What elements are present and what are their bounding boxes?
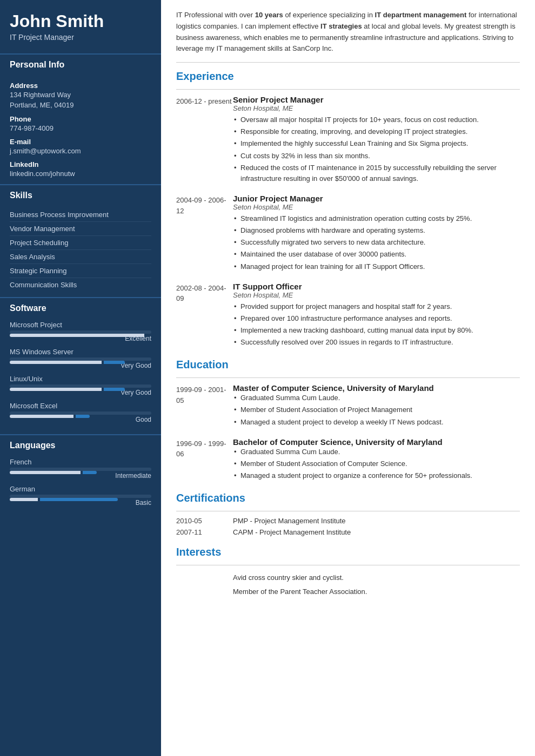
bullet-item: Successfully migrated two servers to new…	[233, 237, 520, 248]
experience-entry-1: 2004-09 - 2006-12 Junior Project Manager…	[176, 194, 520, 273]
bullet-item: Cut costs by 32% in less than six months…	[233, 151, 520, 161]
bullet-item: Provided support for project managers an…	[233, 301, 520, 312]
bullet-item: Successfully resolved over 200 issues in…	[233, 337, 520, 348]
bullet-item: Oversaw all major hospital IT projects f…	[233, 114, 520, 125]
bullet-item: Maintained the user database of over 300…	[233, 249, 520, 260]
lang-bar	[10, 468, 151, 471]
entry-body: IT Support Officer Seton Hospital, ME Pr…	[233, 282, 520, 349]
cert-entry-1: 2007-11 CAPM - Project Management Instit…	[176, 528, 520, 536]
skill-item: Project Scheduling	[10, 236, 151, 250]
experience-entry-0: 2006-12 - present Senior Project Manager…	[176, 95, 520, 185]
bullet-item: Graduated Summa Cum Laude.	[233, 447, 520, 457]
experience-divider	[176, 89, 520, 90]
address-line2: Portland, ME, 04019	[10, 100, 151, 110]
languages-content: French Intermediate German Basic	[0, 454, 161, 514]
software-item-2: Linux/Unix Very Good	[10, 375, 151, 396]
education-title: Education	[176, 359, 520, 373]
software-bar	[10, 384, 151, 388]
entry-body: Master of Computer Science, University o…	[233, 383, 520, 428]
cert-value: CAPM - Project Management Institute	[233, 528, 351, 536]
bullet-item: Streamlined IT logistics and administrat…	[233, 213, 520, 224]
software-bar	[10, 411, 151, 415]
lang-name: German	[10, 485, 151, 493]
certifications-divider	[176, 511, 520, 511]
cert-entry-0: 2010-05 PMP - Project Management Institu…	[176, 517, 520, 525]
skill-item: Communication Skills	[10, 278, 151, 292]
skill-item: Strategic Planning	[10, 264, 151, 278]
bullet-item: Reduced the costs of IT maintenance in 2…	[233, 163, 520, 184]
entry-date: 1999-09 - 2001-05	[176, 383, 233, 428]
skill-item: Business Process Improvement	[10, 208, 151, 222]
sidebar-header: John Smith IT Project Manager	[0, 0, 161, 50]
certifications-title: Certifications	[176, 492, 520, 507]
degree-title: Master of Computer Science, University o…	[233, 383, 520, 393]
entry-date: 1996-09 - 1999-06	[176, 437, 233, 482]
language-item-1: German Basic	[10, 485, 151, 507]
bar-accent	[76, 415, 90, 418]
skills-content: Business Process Improvement Vendor Mana…	[0, 204, 161, 294]
bar-fill	[10, 361, 102, 364]
education-section: Education 1999-09 - 2001-05 Master of Co…	[176, 359, 520, 482]
software-title: Software	[0, 297, 161, 316]
personal-info-title: Personal Info	[0, 53, 161, 73]
languages-title: Languages	[0, 434, 161, 454]
company: Seton Hospital, ME	[233, 104, 520, 112]
entry-body: Bachelor of Computer Science, University…	[233, 437, 520, 482]
software-bar	[10, 330, 151, 334]
entry-body: Senior Project Manager Seton Hospital, M…	[233, 95, 520, 185]
experience-section: Experience 2006-12 - present Senior Proj…	[176, 70, 520, 349]
education-entry-1: 1996-09 - 1999-06 Bachelor of Computer S…	[176, 437, 520, 482]
cert-date: 2007-11	[176, 528, 233, 536]
skill-item: Sales Analysis	[10, 250, 151, 264]
bullet-item: Prepared over 100 infrastructure perform…	[233, 313, 520, 324]
bullet-item: Implemented the highly successful Lean T…	[233, 138, 520, 149]
bar-fill	[10, 498, 38, 501]
bullets-list: Graduated Summa Cum Laude. Member of Stu…	[233, 393, 520, 427]
cert-date: 2010-05	[176, 517, 233, 525]
interests-title: Interests	[176, 546, 520, 561]
bullet-item: Graduated Summa Cum Laude.	[233, 393, 520, 403]
software-bar	[10, 357, 151, 361]
personal-info-section: Personal Info Address 134 Rightward Way …	[0, 53, 161, 181]
email-label: E-mail	[10, 138, 151, 146]
summary-section: IT Professional with over 10 years of ex…	[176, 10, 520, 63]
address-line1: 134 Rightward Way	[10, 90, 151, 100]
interests-divider	[176, 565, 520, 565]
personal-info-content: Address 134 Rightward Way Portland, ME, …	[0, 73, 161, 181]
job-title: Senior Project Manager	[233, 95, 520, 104]
bar-accent	[83, 471, 97, 474]
software-item-1: MS Windows Server Very Good	[10, 348, 151, 369]
job-title: IT Support Officer	[233, 282, 520, 291]
skill-item: Vendor Management	[10, 222, 151, 236]
software-item-3: Microsoft Excel Good	[10, 402, 151, 423]
sidebar: John Smith IT Project Manager Personal I…	[0, 0, 161, 756]
interest-item-0: Avid cross country skier and cyclist.	[176, 571, 520, 585]
education-divider	[176, 377, 520, 378]
software-name: Microsoft Excel	[10, 402, 151, 410]
interests-section: Interests Avid cross country skier and c…	[176, 546, 520, 598]
bullet-item: Managed a student project to develop a w…	[233, 417, 520, 428]
bullet-item: Responsible for creating, improving, and…	[233, 126, 520, 137]
software-section: Software Microsoft Project Excellent MS …	[0, 297, 161, 431]
experience-entry-2: 2002-08 - 2004-09 IT Support Officer Set…	[176, 282, 520, 349]
bullets-list: Streamlined IT logistics and administrat…	[233, 213, 520, 272]
company: Seton Hospital, ME	[233, 291, 520, 299]
software-name: Microsoft Project	[10, 321, 151, 329]
skills-title: Skills	[0, 184, 161, 204]
linkedin-label: LinkedIn	[10, 160, 151, 168]
interest-item-1: Member of the Parent Teacher Association…	[176, 585, 520, 599]
email-value: j.smith@uptowork.com	[10, 146, 151, 156]
skills-section: Skills Business Process Improvement Vend…	[0, 184, 161, 294]
entry-date: 2006-12 - present	[176, 95, 233, 185]
bar-fill	[10, 471, 81, 474]
bar-accent	[104, 388, 125, 391]
bar-accent	[40, 498, 118, 501]
bullet-item: Member of Student Association of Project…	[233, 404, 520, 415]
bar-fill	[10, 415, 73, 418]
candidate-name: John Smith	[10, 12, 151, 31]
bar-fill	[10, 388, 102, 391]
bullet-item: Managed project for lean training for al…	[233, 261, 520, 272]
entry-date: 2004-09 - 2006-12	[176, 194, 233, 273]
bar-accent	[104, 361, 125, 364]
job-title: Junior Project Manager	[233, 194, 520, 203]
